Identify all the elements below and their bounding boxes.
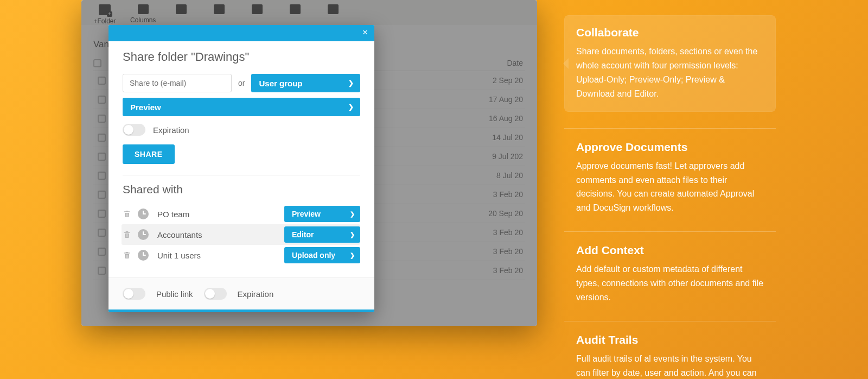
shared-with-row: Unit 1 usersUpload only❯ xyxy=(123,245,360,266)
share-button[interactable]: SHARE xyxy=(123,144,175,164)
shared-user-name: PO team xyxy=(155,210,278,219)
permission-button[interactable]: Editor❯ xyxy=(284,226,360,243)
feature-text: Approve documents fast! Let approvers ad… xyxy=(576,159,764,216)
footer-expiration-toggle[interactable] xyxy=(204,288,227,300)
permission-label: Preview xyxy=(292,210,321,218)
shared-user-name: Unit 1 users xyxy=(155,251,278,260)
features-panel: CollaborateShare documents, folders, sec… xyxy=(564,0,868,379)
trash-icon[interactable] xyxy=(123,209,131,219)
trash-icon[interactable] xyxy=(123,250,131,260)
feature-card[interactable]: CollaborateShare documents, folders, sec… xyxy=(564,15,776,112)
feature-title: Add Context xyxy=(576,244,764,257)
feature-text: Add default or custom metadata of differ… xyxy=(576,262,764,305)
divider xyxy=(123,175,360,175)
feature-text: Full audit trails of al events in the sy… xyxy=(576,352,764,379)
permission-label: Editor xyxy=(292,230,314,239)
or-label: or xyxy=(238,79,245,87)
feature-title: Collaborate xyxy=(576,26,764,39)
permission-level-button[interactable]: Preview ❯ xyxy=(123,98,360,116)
clock-icon[interactable] xyxy=(138,209,149,219)
feature-title: Approve Documents xyxy=(576,141,764,154)
modal-header: × xyxy=(108,25,374,41)
permission-button[interactable]: Preview❯ xyxy=(284,206,360,222)
shared-with-row: PO teamPreview❯ xyxy=(123,204,360,224)
chevron-right-icon: ❯ xyxy=(348,79,354,87)
shared-user-name: Accountants xyxy=(155,230,278,239)
permission-level-label: Preview xyxy=(130,103,161,112)
chevron-right-icon: ❯ xyxy=(350,211,355,218)
trash-icon[interactable] xyxy=(123,230,131,239)
clock-icon[interactable] xyxy=(138,229,149,240)
screenshot-area: +Folder Columns xyxy=(0,0,564,379)
modal-title: Share folder "Drawings" xyxy=(123,50,360,64)
chevron-right-icon: ❯ xyxy=(350,231,355,238)
modal-footer: Public link Expiration xyxy=(108,277,374,309)
feature-card[interactable]: Audit TrailsFull audit trails of al even… xyxy=(564,321,776,379)
shared-with-title: Shared with xyxy=(123,183,360,196)
user-group-button[interactable]: User group ❯ xyxy=(251,74,360,92)
permission-label: Upload only xyxy=(292,251,335,260)
feature-card[interactable]: Approve DocumentsApprove documents fast!… xyxy=(564,128,776,216)
shared-with-row: AccountantsEditor❯ xyxy=(122,224,360,245)
chevron-right-icon: ❯ xyxy=(348,103,354,111)
chevron-right-icon: ❯ xyxy=(350,252,355,259)
expiration-label: Expiration xyxy=(153,125,189,135)
permission-button[interactable]: Upload only❯ xyxy=(284,247,360,263)
expiration-toggle[interactable] xyxy=(123,124,145,136)
public-link-toggle[interactable] xyxy=(123,288,145,300)
feature-title: Audit Trails xyxy=(576,333,764,346)
share-modal: × Share folder "Drawings" or User group … xyxy=(108,25,374,312)
public-link-label: Public link xyxy=(156,289,193,299)
footer-expiration-label: Expiration xyxy=(238,289,274,299)
feature-card[interactable]: Add ContextAdd default or custom metadat… xyxy=(564,231,776,305)
close-icon[interactable]: × xyxy=(362,28,368,37)
feature-text: Share documents, folders, sections or ev… xyxy=(576,45,764,101)
share-email-input[interactable] xyxy=(123,74,232,92)
modal-bottom-accent xyxy=(108,309,374,312)
clock-icon[interactable] xyxy=(138,250,149,261)
user-group-label: User group xyxy=(259,79,302,88)
